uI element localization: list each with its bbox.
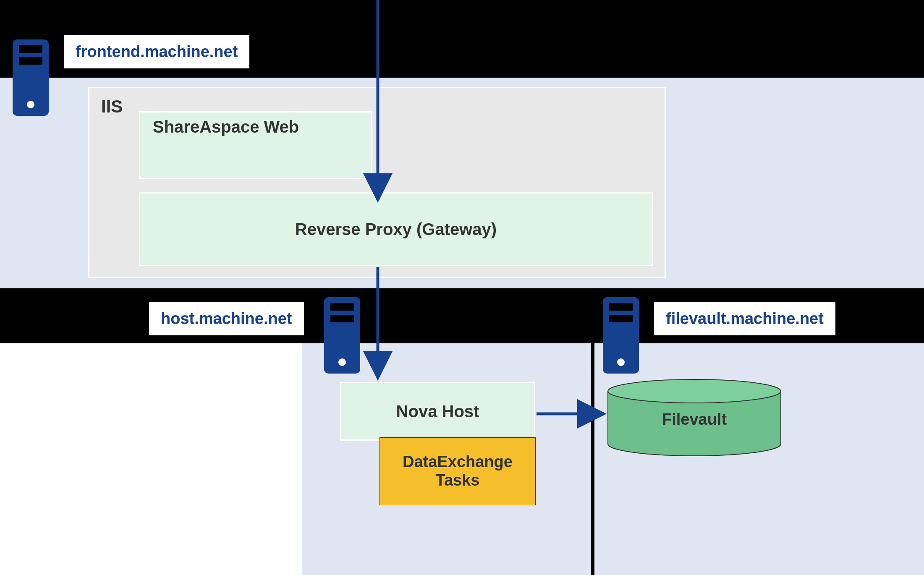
- arrows-overlay: [0, 0, 924, 575]
